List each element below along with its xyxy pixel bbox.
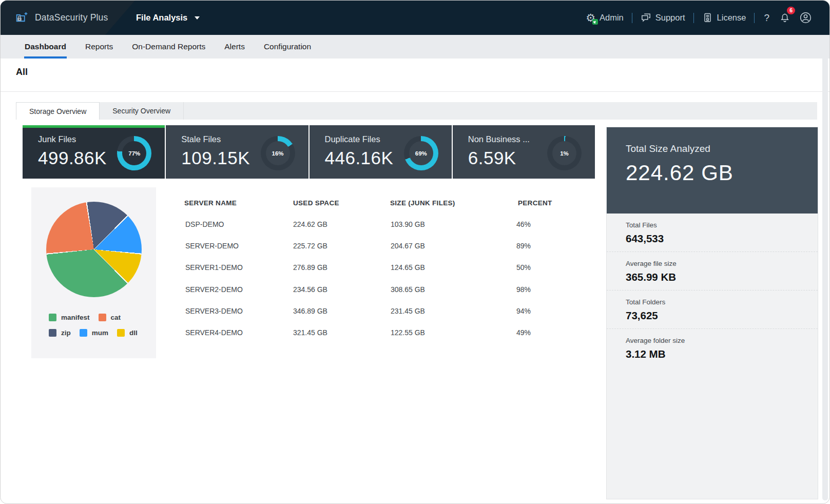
- legend-swatch: [80, 329, 87, 337]
- table-header-row: SERVER NAMEUSED SPACESIZE (JUNK FILES)PE…: [175, 192, 586, 214]
- primary-tab[interactable]: Reports: [85, 35, 113, 59]
- used-space-cell: 225.72 GB: [284, 242, 381, 250]
- pie-legend-item[interactable]: cat: [99, 314, 121, 321]
- summary-header: Total Size Analyzed 224.62 GB: [607, 127, 818, 214]
- pie-legend-item[interactable]: dll: [117, 329, 138, 337]
- file-type-chart-card: manifest cat zip mum dll: [31, 187, 156, 358]
- junk-size-cell: 124.65 GB: [381, 263, 508, 272]
- primary-tab[interactable]: Dashboard: [25, 35, 66, 59]
- kpi-donut-percent: 1%: [547, 136, 582, 170]
- notifications-button[interactable]: 6: [779, 12, 790, 24]
- admin-green-badge: [592, 19, 598, 25]
- admin-link[interactable]: ⚙ Admin: [586, 12, 624, 23]
- legend-label: dll: [129, 329, 138, 337]
- kpi-donut-percent: 16%: [261, 136, 295, 170]
- legend-swatch: [49, 314, 56, 321]
- app-window: DataSecurity Plus File Analysis ⚙ Admin: [0, 0, 830, 504]
- kpi-card[interactable]: Junk Files 499.86K 77%: [23, 125, 165, 179]
- user-avatar[interactable]: [799, 11, 812, 24]
- used-space-cell: 276.89 GB: [284, 263, 381, 272]
- used-space-cell: 346.89 GB: [284, 307, 381, 315]
- percent-cell: 94%: [508, 307, 586, 315]
- product-logo-icon: [15, 11, 29, 25]
- legend-label: zip: [61, 329, 71, 337]
- kpi-card[interactable]: Non Business ... 6.59K 1%: [453, 125, 595, 179]
- legend-swatch: [117, 329, 125, 337]
- table-header-cell: SIZE (JUNK FILES): [381, 199, 508, 207]
- divider: [693, 13, 694, 23]
- page-title: All: [16, 67, 28, 77]
- support-link[interactable]: Support: [641, 12, 685, 23]
- stat-label: Total Files: [626, 221, 818, 229]
- help-button[interactable]: ?: [763, 12, 770, 24]
- table-header-cell: PERCENT: [508, 199, 586, 207]
- kpi-card[interactable]: Duplicate Files 446.16K 69%: [310, 125, 452, 179]
- stat-value: 3.12 MB: [626, 348, 818, 360]
- server-name-cell: SERVER3-DEMO: [175, 307, 284, 315]
- summary-stat: Average file size 365.99 KB: [607, 251, 818, 290]
- divider: [754, 13, 755, 23]
- admin-label: Admin: [600, 13, 624, 23]
- summary-header-label: Total Size Analyzed: [626, 143, 818, 154]
- primary-tab[interactable]: On-Demand Reports: [132, 35, 205, 59]
- pie-legend-row: manifest cat: [49, 314, 156, 321]
- table-row: SERVER-DEMO 225.72 GB 204.67 GB 89%: [175, 235, 586, 257]
- kpi-card[interactable]: Stale Files 109.15K 16%: [166, 125, 308, 179]
- server-name-cell: DSP-DEMO: [175, 220, 284, 228]
- navbar-actions: ⚙ Admin Support: [586, 1, 812, 35]
- table-row: SERVER2-DEMO 234.56 GB 308.65 GB 98%: [175, 279, 586, 300]
- kpi-donut-gauge: 16%: [261, 136, 295, 170]
- vertical-scrollbar[interactable]: [822, 36, 828, 500]
- summary-header-value: 224.62 GB: [626, 161, 818, 185]
- file-types-pie-chart[interactable]: [46, 202, 142, 297]
- pie-legend: manifest cat zip mum dll: [49, 314, 156, 337]
- table-row: SERVER1-DEMO 276.89 GB 124.65 GB 50%: [175, 257, 586, 278]
- legend-label: cat: [111, 314, 121, 321]
- primary-tab[interactable]: Configuration: [264, 35, 311, 59]
- kpi-donut-gauge: 69%: [404, 136, 438, 170]
- view-tab[interactable]: Storage Overview: [16, 102, 100, 120]
- kpi-donut-gauge: 1%: [547, 136, 582, 170]
- support-label: Support: [655, 13, 685, 23]
- summary-stats: Total Files 643,533 Average file size 36…: [607, 214, 818, 367]
- used-space-cell: 224.62 GB: [284, 220, 381, 228]
- module-switcher[interactable]: File Analysis: [136, 1, 200, 35]
- stat-label: Average file size: [626, 260, 818, 267]
- kpi-donut-gauge: 77%: [117, 136, 151, 170]
- stat-value: 73,625: [626, 309, 818, 322]
- summary-stat: Total Files 643,533: [607, 214, 818, 251]
- kpi-donut-percent: 77%: [117, 136, 151, 170]
- chevron-down-icon: [195, 16, 200, 20]
- server-name-cell: SERVER-DEMO: [175, 242, 284, 250]
- view-tab[interactable]: Security Overview: [100, 102, 184, 120]
- table-body: DSP-DEMO 224.62 GB 103.90 GB 46% SERVER-…: [175, 214, 586, 343]
- view-tab-label: Storage Overview: [29, 107, 86, 115]
- divider: [1, 91, 829, 92]
- view-tab-label: Security Overview: [112, 107, 170, 115]
- stat-label: Total Folders: [626, 298, 818, 306]
- pie-legend-item[interactable]: mum: [80, 329, 108, 337]
- percent-cell: 46%: [508, 220, 586, 228]
- stat-label: Average folder size: [626, 337, 818, 344]
- junk-size-cell: 103.90 GB: [381, 220, 508, 228]
- legend-swatch: [99, 314, 106, 321]
- table-header-cell: USED SPACE: [284, 199, 381, 207]
- stat-value: 365.99 KB: [626, 271, 818, 283]
- license-link[interactable]: License: [702, 12, 746, 23]
- brand[interactable]: DataSecurity Plus: [1, 1, 135, 35]
- product-name: DataSecurity Plus: [35, 12, 108, 23]
- chat-icon: [641, 12, 651, 23]
- pie-legend-item[interactable]: manifest: [49, 314, 90, 321]
- pie-legend-item[interactable]: zip: [49, 329, 71, 337]
- kpi-donut-percent: 69%: [404, 136, 438, 170]
- license-icon: [702, 12, 713, 23]
- used-space-cell: 234.56 GB: [284, 285, 381, 294]
- license-label: License: [717, 13, 746, 23]
- primary-tab[interactable]: Alerts: [224, 35, 245, 59]
- junk-size-cell: 204.67 GB: [381, 242, 508, 250]
- primary-tab-label: Reports: [85, 42, 113, 51]
- summary-stat: Average folder size 3.12 MB: [607, 328, 818, 367]
- junk-size-cell: 231.45 GB: [381, 307, 508, 315]
- notification-count-badge: 6: [787, 7, 795, 14]
- junk-size-cell: 122.55 GB: [381, 328, 508, 337]
